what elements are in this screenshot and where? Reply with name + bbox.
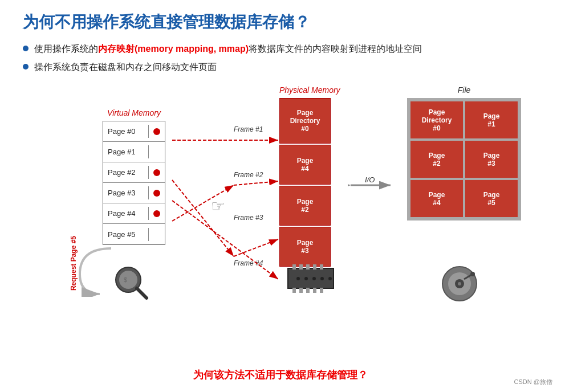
- file-label: File: [407, 85, 521, 95]
- disk-svg: [441, 266, 478, 303]
- physical-memory-column: PageDirectory#0 Page#4 Page#2 Page#3: [279, 98, 340, 267]
- bullet-item-1: 使用操作系统的内存映射(memory mapping, mmap)将数据库文件的…: [23, 42, 538, 56]
- vm-page-4: Page #4: [103, 207, 149, 220]
- file-block-page3: Page#3: [465, 141, 518, 178]
- slide-title: 为何不用操作系统直接管理数据库存储？: [23, 11, 538, 33]
- file-grid: PageDirectory#0 Page#1 Page#2 Page#3 Pag…: [407, 98, 521, 220]
- pm-block-page3: Page#3: [279, 227, 331, 267]
- file-block-page1: Page#1: [465, 101, 518, 138]
- virtual-memory-table: Page #0 Page #1 Page #2 Page #3 Page #4: [103, 121, 165, 245]
- vm-page-1: Page #1: [103, 145, 149, 158]
- vm-dot-3: [149, 190, 165, 197]
- disk-icon: [441, 266, 478, 305]
- svg-rect-13: [306, 288, 310, 293]
- vm-dot-2: [149, 169, 165, 176]
- svg-rect-14: [313, 288, 316, 293]
- svg-line-30: [137, 288, 147, 298]
- vm-page-3: Page #3: [103, 186, 149, 199]
- file-block-page5: Page#5: [465, 180, 518, 217]
- svg-rect-11: [292, 288, 296, 293]
- vm-row-2: Page #2: [103, 162, 165, 183]
- svg-rect-10: [320, 264, 323, 270]
- pm-block-page4: Page#4: [279, 145, 331, 185]
- virtual-memory-section: Virtual Memory Page #0 Page #1 Page #2 P…: [103, 108, 165, 245]
- vm-page-5: Page #5: [103, 228, 149, 241]
- request-arrow: [77, 246, 123, 299]
- frame-label-4: Frame #4: [234, 259, 263, 267]
- svg-line-34: [172, 180, 234, 256]
- svg-rect-15: [320, 288, 323, 293]
- ram-chip: [282, 263, 339, 296]
- bullet-item-2: 操作系统负责在磁盘和内存之间移动文件页面: [23, 60, 538, 74]
- svg-point-16: [296, 277, 300, 280]
- vm-page-0: Page #0: [103, 125, 149, 138]
- io-area: I/O: [348, 174, 393, 199]
- frame-label-2: Frame #2: [234, 171, 263, 179]
- svg-point-20: [328, 277, 332, 280]
- svg-rect-8: [306, 264, 310, 270]
- svg-text:I/O: I/O: [365, 175, 375, 184]
- file-section: File PageDirectory#0 Page#1 Page#2 Page#…: [407, 85, 521, 220]
- bullet-points: 使用操作系统的内存映射(memory mapping, mmap)将数据库文件的…: [23, 42, 538, 74]
- vm-row-0: Page #0: [103, 121, 165, 142]
- physical-memory-label: Physical Memory: [279, 85, 340, 95]
- file-block-page2: Page#2: [410, 141, 463, 178]
- ram-chip-svg: [282, 263, 339, 294]
- pm-block-page2: Page#2: [279, 186, 331, 226]
- file-block-pagedirectory: PageDirectory#0: [410, 101, 463, 138]
- vm-row-4: Page #4: [103, 203, 165, 224]
- svg-rect-7: [299, 264, 303, 270]
- virtual-memory-label: Virtual Memory: [103, 108, 165, 117]
- svg-rect-9: [313, 264, 316, 270]
- svg-point-19: [320, 277, 324, 280]
- svg-line-36: [172, 201, 278, 279]
- hand-icon: ☞: [211, 197, 225, 215]
- request-label: Request Page #5: [70, 236, 78, 291]
- bottom-question: 为何该方法不适用于数据库存储管理？: [0, 368, 561, 382]
- frame-label-1: Frame #1: [234, 125, 263, 133]
- frame-label-3: Frame #3: [234, 214, 263, 222]
- bullet-text-1: 使用操作系统的内存映射(memory mapping, mmap)将数据库文件的…: [34, 42, 422, 56]
- vm-row-3: Page #3: [103, 183, 165, 203]
- svg-point-24: [458, 282, 461, 285]
- svg-point-17: [304, 277, 308, 280]
- bullet-text-2: 操作系统负责在磁盘和内存之间移动文件页面: [34, 60, 217, 74]
- svg-text:$: $: [124, 276, 127, 283]
- pm-block-pagedirectory: PageDirectory#0: [279, 98, 331, 144]
- svg-point-18: [312, 277, 316, 280]
- svg-point-26: [470, 272, 475, 276]
- watermark: CSDN @旅僧: [514, 378, 552, 386]
- diagram-area: Virtual Memory Page #0 Page #1 Page #2 P…: [23, 85, 538, 325]
- bullet-dot-1: [23, 46, 29, 51]
- svg-rect-5: [288, 268, 334, 288]
- svg-line-35: [234, 239, 278, 256]
- io-arrow-svg: I/O: [348, 174, 393, 197]
- bullet-dot-2: [23, 64, 29, 70]
- request-arrow-svg: [77, 246, 123, 297]
- svg-rect-6: [292, 264, 296, 270]
- svg-rect-12: [299, 288, 303, 293]
- vm-row-5: Page #5: [103, 224, 165, 244]
- vm-page-2: Page #2: [103, 166, 149, 179]
- vm-dot-0: [149, 128, 165, 135]
- physical-memory-section: Physical Memory PageDirectory#0 Page#4 P…: [279, 85, 340, 267]
- vm-dot-4: [149, 210, 165, 217]
- vm-row-1: Page #1: [103, 142, 165, 162]
- svg-line-38: [234, 181, 278, 185]
- file-block-page4: Page#4: [410, 180, 463, 217]
